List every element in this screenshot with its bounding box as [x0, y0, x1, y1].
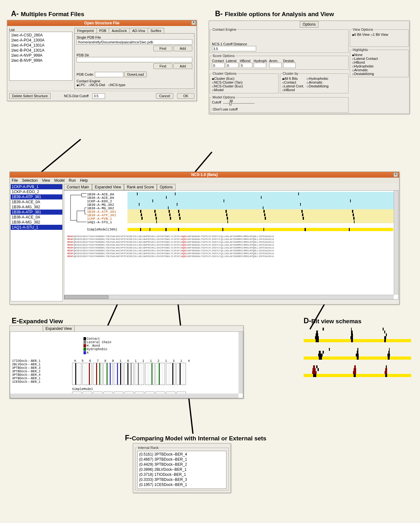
svg-rect-54 [227, 220, 228, 223]
delete-button[interactable]: Delete Select Structure [9, 93, 51, 99]
tab-fingerprint[interactable]: Fingerprint [74, 28, 97, 33]
menu-view[interactable]: View [42, 178, 50, 183]
score-hydroph[interactable] [254, 63, 266, 68]
add-button-2[interactable]: Add [173, 63, 192, 69]
single-pdb-label: Single PDB File [77, 35, 192, 39]
scrollbar-v[interactable] [238, 332, 243, 394]
list-item[interactable]: (0.4667) 3PTBDock--BER_1 [138, 457, 225, 462]
list-item[interactable]: 1CKP-A-EDO_2 [11, 189, 62, 194]
tab-expanded[interactable]: Expanded View [43, 325, 75, 332]
radio-ncs-cluster-euc[interactable]: NCS-Cluster (Euc) [212, 84, 276, 88]
radio-aromatic[interactable]: Aromatic [306, 80, 328, 84]
radio-cluster-tan[interactable]: NCS-Cluster (Tan) [212, 80, 276, 84]
list-item[interactable]: 1B38-A-ACE_0A [11, 215, 62, 220]
menu-selection[interactable]: Selection [22, 178, 38, 183]
radio-lpc[interactable]: LPC [77, 83, 85, 87]
list-item[interactable]: 1lwc-B-PO4_1301A [10, 48, 71, 53]
score-lateral[interactable] [226, 63, 238, 68]
find-button-2[interactable]: Find [153, 63, 172, 69]
ncs-cutoff-input[interactable] [212, 46, 256, 51]
tab-pdb[interactable]: PDB [96, 28, 109, 33]
radio-hl-hbond[interactable]: HBond [352, 60, 406, 64]
svg-rect-42 [264, 213, 265, 216]
tab-surflex[interactable]: Surflex [148, 28, 164, 33]
tab-expanded-view[interactable]: Expanded View [92, 184, 124, 190]
list-item[interactable]: (0.4429) 3PTBDock--BER_2 [138, 462, 225, 467]
main-window: NCS-1.0 (Beta) _ □ × File Selection View… [9, 172, 399, 305]
list-item[interactable]: 1lwc-A-PO4_1300A [10, 38, 71, 43]
cutoff-input[interactable] [92, 93, 105, 99]
svg-rect-44 [353, 213, 354, 216]
list-item[interactable]: 1B39-A-ACE_0A [11, 199, 62, 205]
score-hbond[interactable] [240, 63, 252, 68]
find-button[interactable]: Find [153, 46, 172, 51]
svg-rect-30 [154, 210, 156, 213]
radio-latcont[interactable]: Lateral Cont. [282, 84, 304, 88]
cancel-button[interactable]: Cancel [156, 93, 173, 99]
radio-6bit[interactable]: 6 Bit View [352, 33, 370, 36]
single-pdb-input[interactable] [77, 39, 192, 45]
list-item[interactable]: 1lwc-A-CSD_280A [10, 33, 71, 38]
radio-hl-hydro[interactable]: Hydrophobic [352, 64, 406, 68]
list-item[interactable]: (0.3896) 2BLVDock--BER_1 [138, 467, 225, 472]
svg-rect-55 [354, 220, 355, 223]
scrollbar-h[interactable] [64, 295, 394, 299]
radio-destab[interactable]: Destabilizing [306, 84, 328, 88]
list-item[interactable]: 1B39-A-MG_382 [11, 205, 62, 210]
download-button[interactable]: DownLoad [124, 72, 147, 77]
list-item[interactable]: 1lwc-A-PO4_1301A [10, 43, 71, 48]
menu-file[interactable]: File [12, 178, 18, 183]
list-item[interactable]: 1B38-A-MG_382 [11, 220, 62, 225]
pdb-code-input[interactable] [95, 72, 123, 77]
radio-hbond[interactable]: HBond [282, 88, 304, 92]
radio-contact[interactable]: Contact [282, 80, 304, 84]
radio-cluster-euc[interactable]: Cluster (Euc) [212, 77, 276, 80]
menu-model[interactable]: Model [54, 178, 65, 183]
list-item[interactable]: 1CKP-A-PVB_1 [11, 184, 62, 189]
close-icon[interactable]: × [191, 21, 196, 25]
list-item[interactable]: (0.3718) 1TIODock--BER_1 [138, 472, 225, 477]
list-item[interactable]: 1lwc-A-NVP_999A [10, 53, 71, 58]
side-list[interactable]: 1CKP-A-PVB_11CKP-A-EDO_21B39-A-ATP_3811B… [10, 184, 63, 301]
list-item[interactable]: 1AQ1-A-STU_1 [11, 225, 62, 230]
scrollbar-v[interactable] [394, 191, 398, 295]
cutoff-slider[interactable] [229, 102, 232, 105]
radio-1bit[interactable]: 1 Bit View [371, 33, 388, 36]
tab-contact-main[interactable]: Contact Main [64, 184, 92, 190]
check-dont-use-cutoff[interactable]: Don't use cutoff [212, 107, 346, 111]
scrollbar-h[interactable] [10, 394, 238, 398]
pdb-dir-input[interactable] [77, 57, 192, 62]
list-item[interactable]: (0.5161) 3PTBDock--BER_4 [138, 452, 225, 457]
radio-hl-lateral[interactable]: Lateral Contact [352, 57, 406, 60]
radio-hl-destab[interactable]: Destabilizing [352, 72, 406, 76]
model-legend: Model Options [212, 95, 236, 99]
tab-options-main[interactable]: Options [157, 184, 176, 190]
radio-model[interactable]: Model [212, 88, 276, 92]
rank-list[interactable]: (0.5161) 3PTBDock--BER_4(0.4667) 3PTBDoc… [137, 451, 226, 489]
ok-button[interactable]: OK [177, 93, 195, 99]
score-destab[interactable] [283, 63, 296, 68]
radio-hydrophobic[interactable]: Hydrophobic [306, 77, 328, 80]
list-item[interactable]: 1lwc-B-NVP_999A [10, 58, 71, 63]
radio-hl-none[interactable]: None [352, 53, 406, 57]
menu-help[interactable]: Help [80, 178, 88, 183]
tab-autodock[interactable]: AutoDock [109, 28, 130, 33]
menu-run[interactable]: Run [69, 178, 76, 183]
svg-rect-45 [141, 217, 143, 220]
structure-list[interactable]: 1lwc-A-CSD_280A 1lwc-A-PO4_1300A 1lwc-A-… [9, 32, 72, 81]
tab-rank-score[interactable]: Rank and Score [124, 184, 157, 190]
radio-ncs-dist[interactable]: NCS-Dist [89, 83, 105, 87]
add-button[interactable]: Add [173, 46, 192, 51]
close-icon[interactable]: × [393, 173, 398, 177]
list-item[interactable]: (0.3333) 3PTBDock--BER_3 [138, 477, 225, 482]
radio-all6[interactable]: All 6 Bits [282, 77, 304, 80]
list-item[interactable]: (0.1957) 1CE5Dock--BER_1 [138, 482, 225, 487]
score-arom[interactable] [269, 63, 282, 68]
tab-advina[interactable]: AD-Vina [129, 28, 148, 33]
clusterby-legend: Cluster by [282, 72, 299, 75]
score-contact[interactable] [212, 63, 225, 68]
radio-ncs-type[interactable]: NCS-type [108, 83, 126, 87]
radio-hl-arom[interactable]: Aromatic [352, 68, 406, 72]
list-item[interactable]: 1B39-A-ATP_381 [11, 194, 62, 199]
list-item[interactable]: 1B38-A-ATP_381 [11, 210, 62, 215]
